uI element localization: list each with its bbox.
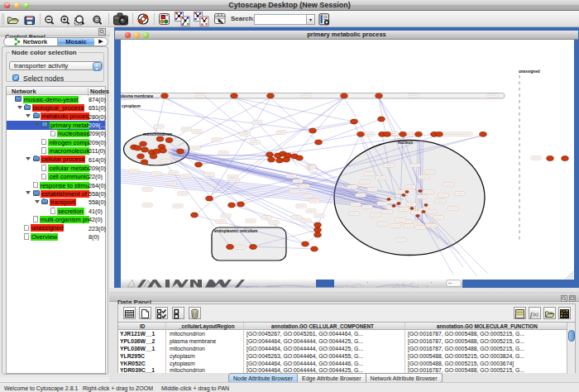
svg-text:cytoplasm: cytoplasm <box>122 103 141 108</box>
svg-text:unassigned: unassigned <box>519 69 540 73</box>
svg-text:plasma membrane: plasma membrane <box>121 93 154 98</box>
svg-text:(x): (x) <box>534 312 538 318</box>
svg-text:endoplasmic reticulum: endoplasmic reticulum <box>214 228 257 232</box>
